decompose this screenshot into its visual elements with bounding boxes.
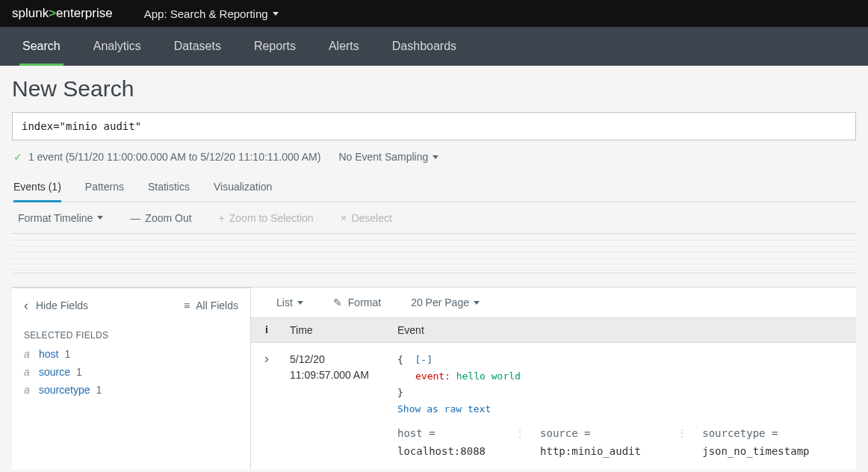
brand-logo[interactable]: splunk>enterprise [12, 6, 113, 21]
meta-host[interactable]: host = localhost:8088 [397, 425, 500, 461]
plus-icon [219, 212, 225, 224]
view-mode-dropdown[interactable]: List [276, 296, 303, 308]
field-name[interactable]: sourcetype [39, 384, 90, 396]
chevron-left-icon [24, 299, 31, 312]
subnav-item-reports[interactable]: Reports [238, 27, 312, 66]
zoom-to-selection-label: Zoom to Selection [229, 212, 314, 224]
subnav-item-dashboards[interactable]: Dashboards [376, 27, 473, 66]
format-dropdown[interactable]: Format [333, 296, 381, 308]
app-selector-label: App: Search & Reporting [144, 7, 268, 20]
tab-patterns[interactable]: Patterns [85, 173, 124, 202]
col-header-event[interactable]: Event [390, 318, 856, 342]
per-page-dropdown[interactable]: 20 Per Page [411, 296, 480, 308]
event-meta: host = localhost:8088 ⋮ source = http:mi… [397, 425, 849, 461]
format-timeline-dropdown[interactable]: Format Timeline [18, 212, 103, 224]
selected-fields-heading: SELECTED FIELDS [12, 323, 250, 345]
all-fields-button[interactable]: All Fields [184, 299, 238, 312]
subnav-item-alerts[interactable]: Alerts [312, 27, 376, 66]
json-value[interactable]: hello world [456, 370, 521, 382]
meta-value: json_no_timestamp [702, 445, 809, 457]
hide-fields-label: Hide Fields [36, 299, 88, 311]
field-count: 1 [76, 366, 82, 378]
events-table-header: i Time Event [251, 317, 856, 343]
format-label: Format [348, 296, 381, 308]
field-type-icon: a [24, 348, 33, 360]
event-date: 5/12/20 [290, 352, 382, 367]
subnav: Search Analytics Datasets Reports Alerts… [0, 27, 868, 66]
tab-statistics[interactable]: Statistics [148, 173, 190, 202]
field-type-icon: a [24, 384, 33, 396]
list-icon [184, 299, 191, 311]
caret-down-icon [273, 12, 279, 16]
json-colon: : [444, 370, 450, 382]
search-status-text: 1 event (5/11/20 11:00:00.000 AM to 5/12… [28, 151, 321, 163]
search-input[interactable] [12, 112, 856, 140]
meta-value: http:minio_audit [540, 445, 641, 457]
json-collapse-toggle[interactable]: [-] [415, 354, 432, 365]
logo-prefix: splunk [12, 6, 49, 20]
caret-down-icon [97, 216, 103, 220]
logo-suffix: enterprise [56, 6, 113, 20]
zoom-out-label: Zoom Out [145, 212, 191, 224]
fields-panel: Hide Fields All Fields SELECTED FIELDS a… [12, 287, 251, 470]
result-tabs: Events (1) Patterns Statistics Visualiza… [12, 173, 856, 202]
separator: ⋮ [677, 425, 687, 461]
view-mode-label: List [276, 296, 293, 308]
separator: ⋮ [515, 425, 525, 461]
timeline-strip[interactable] [12, 233, 856, 273]
deselect-button: Deselect [341, 211, 392, 224]
deselect-label: Deselect [351, 212, 391, 224]
field-name[interactable]: host [39, 348, 58, 360]
col-header-time[interactable]: Time [282, 318, 390, 342]
x-icon [341, 211, 347, 224]
search-status: ✓ 1 event (5/11/20 11:00:00.000 AM to 5/… [13, 151, 320, 163]
event-clock: 11:09:57.000 AM [290, 367, 382, 383]
zoom-out-button[interactable]: Zoom Out [130, 212, 191, 224]
meta-value: localhost:8088 [397, 445, 486, 457]
expand-row-button[interactable] [251, 343, 282, 374]
event-sampling-dropdown[interactable]: No Event Sampling [338, 151, 438, 163]
meta-key: sourcetype = [702, 427, 778, 439]
page-title: New Search [12, 76, 856, 102]
event-sampling-label: No Event Sampling [338, 151, 428, 163]
tab-events[interactable]: Events (1) [13, 173, 61, 202]
subnav-item-datasets[interactable]: Datasets [158, 27, 238, 66]
field-type-icon: a [24, 366, 33, 378]
event-body: { [-] event: hello world } Show as raw t… [390, 343, 856, 470]
hide-fields-button[interactable]: Hide Fields [24, 299, 88, 312]
meta-source[interactable]: source = http:minio_audit [540, 425, 662, 461]
dash-icon [130, 212, 140, 224]
json-close-brace: } [397, 387, 403, 398]
field-count: 1 [64, 348, 70, 360]
tab-visualization[interactable]: Visualization [214, 173, 272, 202]
pencil-icon [333, 296, 344, 308]
events-panel: List Format 20 Per Page i Time Event [251, 287, 856, 470]
chevron-right-icon [264, 353, 269, 365]
field-name[interactable]: source [39, 366, 70, 378]
all-fields-label: All Fields [196, 299, 238, 311]
caret-down-icon [297, 301, 303, 305]
logo-chevron: > [49, 6, 56, 20]
col-header-info[interactable]: i [251, 318, 282, 342]
field-row-sourcetype[interactable]: a sourcetype 1 [12, 381, 250, 399]
subnav-item-search[interactable]: Search [6, 27, 77, 66]
field-row-host[interactable]: a host 1 [12, 345, 250, 363]
show-raw-text-link[interactable]: Show as raw text [397, 403, 491, 414]
caret-down-icon [433, 155, 438, 159]
app-selector[interactable]: App: Search & Reporting [144, 7, 279, 20]
json-key[interactable]: event [415, 370, 444, 382]
event-time: 5/12/20 11:09:57.000 AM [282, 343, 390, 392]
field-count: 1 [96, 384, 102, 396]
format-timeline-label: Format Timeline [18, 212, 93, 224]
caret-down-icon [474, 301, 480, 305]
event-row: 5/12/20 11:09:57.000 AM { [-] event: hel… [251, 343, 856, 470]
check-icon: ✓ [13, 151, 22, 163]
field-row-source[interactable]: a source 1 [12, 363, 250, 381]
subnav-item-analytics[interactable]: Analytics [77, 27, 158, 66]
per-page-label: 20 Per Page [411, 296, 469, 308]
zoom-to-selection-button: Zoom to Selection [219, 212, 314, 224]
meta-sourcetype[interactable]: sourcetype = json_no_timestamp [702, 425, 849, 461]
meta-key: host = [397, 427, 435, 439]
meta-key: source = [540, 427, 590, 439]
json-open-brace: { [397, 354, 409, 365]
